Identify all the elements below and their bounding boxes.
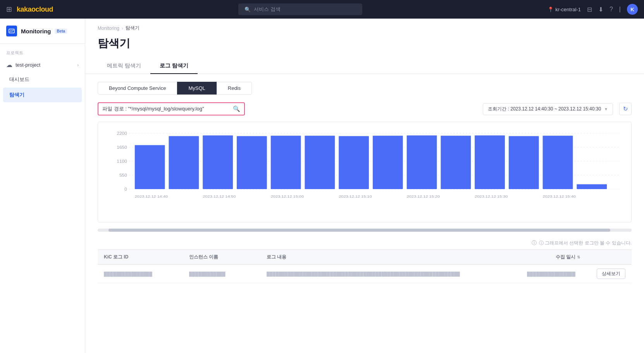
- subtab-redis[interactable]: Redis: [217, 82, 252, 95]
- svg-rect-22: [509, 136, 539, 189]
- bar-chart-svg: 2200 1650 1100 550 0: [106, 130, 623, 207]
- chart-area: 2200 1650 1100 550 0: [85, 122, 644, 222]
- divider-icon: |: [619, 6, 621, 13]
- filter-row: 🔍 조회기간 : 2023.12.12 14:40:30 ~ 2023.12.1…: [85, 101, 644, 122]
- scrollbar-thumb[interactable]: [108, 229, 610, 232]
- project-item-left: ☁ test-project: [6, 61, 40, 69]
- global-search[interactable]: 🔍 서비스 검색: [238, 3, 362, 15]
- svg-rect-19: [407, 135, 437, 189]
- th-content: 로그 내용: [267, 254, 556, 260]
- td-instance: ████████████: [189, 271, 267, 277]
- date-range-label: 조회기간 : 2023.12.12 14:40:30 ~ 2023.12.12 …: [488, 106, 601, 112]
- sidebar: Monitoring Beta 프로젝트 ☁ test-project › 대시…: [0, 19, 85, 353]
- location-icon: 📍: [548, 7, 554, 12]
- th-instance: 인스턴스 이름: [189, 254, 267, 260]
- search-area: 🔍 서비스 검색: [58, 3, 543, 15]
- sidebar-section-label: 프로젝트: [0, 44, 85, 58]
- file-path-search[interactable]: 🔍: [98, 102, 245, 115]
- search-submit-icon[interactable]: 🔍: [233, 105, 240, 112]
- region-label: kr-central-1: [555, 7, 581, 12]
- svg-text:550: 550: [119, 173, 127, 177]
- explorer-label: 탐색기: [9, 92, 24, 98]
- cloud-icon: ☁: [6, 61, 12, 69]
- sort-icon[interactable]: ⇅: [577, 255, 580, 259]
- table-header: KiC 로그 ID 인스턴스 이름 로그 내용 수집 일시 ⇅: [98, 250, 632, 265]
- help-icon[interactable]: ?: [610, 6, 613, 13]
- user-avatar[interactable]: K: [627, 4, 638, 15]
- svg-text:2023.12.12 15:40: 2023.12.12 15:40: [543, 195, 576, 198]
- beta-badge: Beta: [55, 29, 67, 34]
- chart-scrollbar[interactable]: [85, 227, 644, 233]
- table-notice: ⓘ ⓘ 그래프에서 선택한 로그만 볼 수 있습니다.: [98, 239, 632, 246]
- nav-right-section: 📍 kr-central-1 ⊟ ⬇ ? | K: [548, 4, 638, 15]
- svg-rect-12: [169, 136, 199, 189]
- page-title: 탐색기: [85, 33, 644, 59]
- svg-rect-14: [237, 136, 267, 189]
- th-log-id: KiC 로그 ID: [104, 254, 189, 260]
- detail-button[interactable]: 상세보기: [597, 269, 625, 279]
- monitoring-icon: [6, 26, 17, 36]
- subtab-mysql[interactable]: MySQL: [177, 82, 216, 95]
- table-notice-text: ⓘ 그래프에서 선택한 로그만 볼 수 있습니다.: [539, 240, 632, 246]
- th-date: 수집 일시 ⇅: [556, 254, 625, 260]
- info-icon: ⓘ: [532, 239, 537, 246]
- subtab-beyond-compute[interactable]: Beyond Compute Service: [98, 82, 177, 95]
- grid-icon[interactable]: ⊞: [6, 5, 12, 14]
- chevron-down-icon: ▼: [604, 107, 608, 111]
- svg-rect-18: [373, 136, 403, 189]
- svg-text:2023.12.12 15:30: 2023.12.12 15:30: [475, 195, 508, 198]
- project-selector[interactable]: ☁ test-project ›: [0, 58, 85, 72]
- td-content: ████████████████████████████████████████…: [267, 271, 527, 277]
- tab-log-explorer[interactable]: 로그 탐색기: [150, 59, 198, 74]
- svg-rect-17: [339, 136, 369, 189]
- svg-text:2023.12.12 15:20: 2023.12.12 15:20: [407, 195, 440, 198]
- service-name: Monitoring: [21, 28, 51, 34]
- top-navigation: ⊞ kakaocloud 🔍 서비스 검색 📍 kr-central-1 ⊟ ⬇…: [0, 0, 644, 19]
- svg-rect-21: [475, 135, 505, 189]
- breadcrumb: Monitoring › 탐색기: [85, 19, 644, 33]
- breadcrumb-separator: ›: [122, 26, 123, 31]
- sidebar-service-header: Monitoring Beta: [0, 19, 85, 44]
- breadcrumb-current: 탐색기: [126, 25, 139, 31]
- bar-chart: 2200 1650 1100 550 0: [98, 122, 632, 222]
- svg-text:2023.12.12 15:00: 2023.12.12 15:00: [271, 195, 304, 198]
- svg-rect-16: [305, 136, 335, 189]
- td-log-id: ████████████████: [104, 271, 189, 277]
- svg-text:1650: 1650: [117, 145, 127, 149]
- svg-rect-13: [203, 135, 233, 189]
- tab-metric-explorer[interactable]: 메트릭 탐색기: [98, 59, 150, 74]
- table-section: ⓘ ⓘ 그래프에서 선택한 로그만 볼 수 있습니다. KiC 로그 ID 인스…: [85, 239, 644, 283]
- content-area: Monitoring › 탐색기 탐색기 메트릭 탐색기 로그 탐색기 Beyo…: [85, 19, 644, 353]
- svg-rect-23: [543, 136, 573, 189]
- svg-rect-20: [441, 136, 471, 189]
- logo: kakaocloud: [17, 5, 53, 14]
- breadcrumb-parent[interactable]: Monitoring: [98, 26, 119, 31]
- dashboard-label: 대시보드: [9, 76, 29, 82]
- main-tabs: 메트릭 탐색기 로그 탐색기: [85, 59, 644, 74]
- file-path-input[interactable]: [102, 106, 230, 112]
- sidebar-item-explorer[interactable]: 탐색기: [3, 88, 82, 102]
- svg-text:2200: 2200: [117, 131, 127, 135]
- search-icon: 🔍: [245, 7, 251, 12]
- svg-text:0: 0: [124, 187, 127, 191]
- chevron-right-icon: ›: [77, 62, 79, 68]
- svg-text:2023.12.12 14:50: 2023.12.12 14:50: [203, 195, 236, 198]
- project-name: test-project: [15, 62, 40, 68]
- scrollbar-track: [98, 229, 632, 232]
- svg-text:1100: 1100: [117, 159, 127, 163]
- download-icon[interactable]: ⬇: [598, 6, 603, 13]
- svg-rect-11: [135, 145, 165, 189]
- sub-tabs: Beyond Compute Service MySQL Redis: [85, 74, 644, 101]
- refresh-button[interactable]: ↻: [619, 103, 632, 115]
- svg-text:2023.12.12 14:40: 2023.12.12 14:40: [135, 195, 168, 198]
- td-date: ████████████████: [527, 271, 597, 277]
- table-row: ████████████████ ████████████ ██████████…: [98, 265, 632, 283]
- date-range-selector[interactable]: 조회기간 : 2023.12.12 14:40:30 ~ 2023.12.12 …: [483, 103, 613, 115]
- region-selector[interactable]: 📍 kr-central-1: [548, 7, 581, 12]
- sidebar-item-dashboard[interactable]: 대시보드: [3, 72, 82, 87]
- svg-text:2023.12.12 15:10: 2023.12.12 15:10: [339, 195, 372, 198]
- layout-icon[interactable]: ⊟: [587, 6, 592, 13]
- main-layout: Monitoring Beta 프로젝트 ☁ test-project › 대시…: [0, 19, 644, 353]
- svg-rect-15: [271, 136, 301, 189]
- svg-rect-24: [577, 184, 607, 189]
